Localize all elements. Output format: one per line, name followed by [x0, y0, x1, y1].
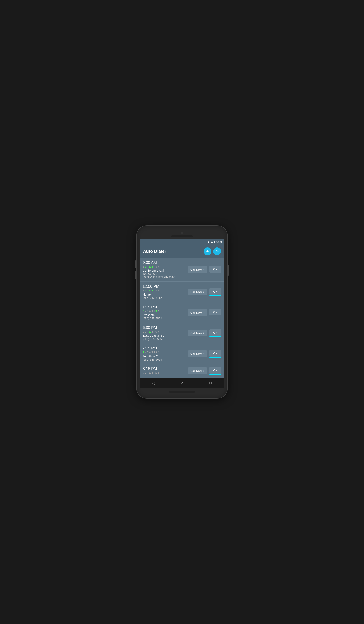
day-letter: T: [152, 310, 153, 313]
screen: ▲ ▲ ▮ 6:00 Auto Dialer + ⚙ 9:00 AMSMTWTF…: [140, 239, 224, 388]
entry-days: SMTWTFS↻: [143, 330, 186, 333]
repeat-icon: ↻: [158, 310, 160, 313]
call-now-button[interactable]: Call Now ↻: [188, 350, 207, 357]
day-letter: T: [152, 330, 153, 333]
entry-time: 12:00 PM: [143, 284, 186, 289]
entry-time: 1:15 PM: [143, 305, 186, 310]
day-letter: M: [145, 310, 147, 313]
day-letter: S: [143, 310, 144, 313]
entry-name: Conference Call: [143, 269, 186, 272]
day-letter: S: [143, 265, 144, 268]
earpiece-speaker: [171, 235, 193, 237]
day-letter: W: [149, 289, 151, 292]
day-letter: F: [154, 310, 155, 313]
status-icons: ▲ ▲ ▮ 6:00: [207, 240, 222, 244]
day-letter: T: [147, 351, 149, 354]
refresh-icon: ↻: [203, 290, 205, 293]
day-letter: F: [154, 351, 155, 354]
repeat-icon: ↻: [158, 351, 160, 354]
call-now-button[interactable]: Call Now ↻: [188, 309, 207, 316]
toggle-button[interactable]: ON: [209, 367, 221, 374]
entry-time: 7:15 PM: [143, 346, 186, 351]
entry-name: East Coast NYC: [143, 334, 186, 337]
toggle-container: ON: [209, 329, 221, 337]
refresh-icon: ↻: [203, 311, 205, 314]
toggle-button[interactable]: ON: [209, 329, 221, 336]
day-letter: T: [152, 265, 153, 268]
entry-number: 1(555)-655-5959,211111#,3,987654#: [143, 272, 186, 279]
toggle-container: ON: [209, 309, 221, 316]
day-letter: T: [152, 372, 153, 374]
day-letter: W: [149, 372, 151, 374]
entry-info: 8:15 PMSMTWTFS↻: [143, 366, 186, 375]
day-letter: F: [154, 372, 155, 374]
toggle-button[interactable]: ON: [209, 288, 221, 295]
entry-name: Prasanth: [143, 313, 186, 317]
settings-button[interactable]: ⚙: [213, 247, 221, 255]
recents-button[interactable]: □: [205, 380, 216, 387]
day-letter: T: [147, 372, 149, 374]
day-letter: F: [154, 289, 155, 292]
toggle-underline: [209, 273, 221, 273]
day-letter: T: [147, 265, 149, 268]
entry-info: 12:00 PMSMTWTFS↻Home(555) 312-3112: [143, 284, 186, 299]
entry-info: 9:00 AMSMTWTFS↻Conference Call1(555)-655…: [143, 260, 186, 279]
volume-up-button[interactable]: [135, 260, 136, 268]
navigation-bar: ◁ ○ □: [140, 378, 224, 388]
toggle-button[interactable]: ON: [209, 266, 221, 273]
day-letter: S: [155, 330, 157, 333]
entry-name: Jonathan C: [143, 355, 186, 358]
call-now-button[interactable]: Call Now ↻: [188, 367, 207, 374]
entry-number: (555) 312-3112: [143, 296, 186, 299]
day-letter: S: [155, 289, 157, 292]
toggle-underline: [209, 316, 221, 316]
toggle-container: ON: [209, 367, 221, 375]
list-item: 8:15 PMSMTWTFS↻Call Now ↻ON: [140, 364, 224, 378]
battery-icon: ▮: [214, 240, 216, 243]
day-letter: M: [145, 330, 147, 333]
day-letter: S: [143, 351, 144, 354]
list-item: 12:00 PMSMTWTFS↻Home(555) 312-3112Call N…: [140, 282, 224, 302]
entry-info: 5:30 PMSMTWTFS↻East Coast NYC(800) 555-5…: [143, 325, 186, 341]
day-letter: S: [143, 330, 144, 333]
toggle-container: ON: [209, 350, 221, 358]
refresh-icon: ↻: [203, 369, 205, 372]
home-button[interactable]: ○: [177, 380, 188, 387]
toggle-button[interactable]: ON: [209, 350, 221, 357]
entry-time: 5:30 PM: [143, 325, 186, 330]
add-entry-button[interactable]: +: [204, 247, 211, 255]
call-now-button[interactable]: Call Now ↻: [188, 289, 207, 295]
back-button[interactable]: ◁: [148, 379, 160, 387]
day-letter: W: [149, 330, 151, 333]
power-button[interactable]: [228, 265, 229, 276]
day-letter: S: [155, 265, 157, 268]
day-letter: S: [155, 310, 157, 313]
entry-number: (555) 225-5553: [143, 317, 186, 320]
toggle-underline: [209, 357, 221, 358]
app-title: Auto Dialer: [143, 249, 166, 254]
entry-number: (800) 555-5555: [143, 337, 186, 341]
app-header: Auto Dialer + ⚙: [140, 245, 224, 258]
day-letter: W: [149, 265, 151, 268]
entry-days: SMTWTFS↻: [143, 351, 186, 354]
call-now-button[interactable]: Call Now ↻: [188, 330, 207, 337]
list-item: 5:30 PMSMTWTFS↻East Coast NYC(800) 555-5…: [140, 323, 224, 343]
repeat-icon: ↻: [158, 372, 160, 374]
day-letter: M: [145, 372, 147, 374]
header-actions: + ⚙: [204, 247, 221, 255]
phone-top: [140, 230, 224, 239]
day-letter: T: [147, 330, 149, 333]
wifi-icon: ▲: [207, 240, 210, 243]
entry-name: Home: [143, 293, 186, 296]
list-item: 1:15 PMSMTWTFS↻Prasanth(555) 225-5553Cal…: [140, 302, 224, 323]
entry-time: 9:00 AM: [143, 260, 186, 265]
toggle-button[interactable]: ON: [209, 309, 221, 315]
list-item: 9:00 AMSMTWTFS↻Conference Call1(555)-655…: [140, 258, 224, 282]
volume-down-button[interactable]: [135, 271, 136, 279]
repeat-icon: ↻: [158, 289, 160, 292]
repeat-icon: ↻: [158, 265, 160, 268]
call-now-button[interactable]: Call Now ↻: [188, 266, 207, 273]
status-time: 6:00: [216, 240, 222, 244]
day-letter: M: [145, 265, 147, 268]
refresh-icon: ↻: [203, 332, 205, 335]
